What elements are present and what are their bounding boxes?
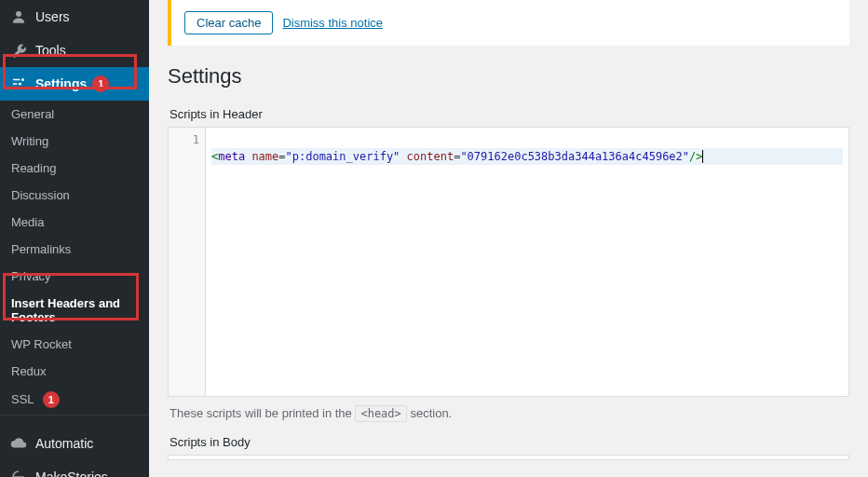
editor-code[interactable]: <meta name="p:domain_verify" content="07… xyxy=(206,128,848,396)
sidebar-sub-reading[interactable]: Reading xyxy=(0,155,149,182)
sidebar-item-users[interactable]: Users xyxy=(0,0,149,34)
sidebar-sub-privacy[interactable]: Privacy xyxy=(0,263,149,290)
header-scripts-description: These scripts will be printed in the <he… xyxy=(170,406,849,420)
sidebar-sub-media[interactable]: Media xyxy=(0,209,149,236)
sidebar-item-label: Automatic xyxy=(35,436,93,451)
svg-point-3 xyxy=(23,87,26,89)
svg-point-1 xyxy=(21,78,24,81)
sidebar-item-label: Tools xyxy=(35,43,66,58)
header-scripts-editor[interactable]: 1 <meta name="p:domain_verify" content="… xyxy=(168,127,849,397)
dismiss-notice-link[interactable]: Dismiss this notice xyxy=(282,16,383,30)
sidebar-item-label: Settings xyxy=(35,76,87,91)
line-number: 1 xyxy=(169,131,199,148)
settings-badge: 1 xyxy=(92,75,109,92)
user-icon xyxy=(9,7,28,26)
sidebar-item-automatic[interactable]: Automatic xyxy=(0,427,149,460)
makestories-icon xyxy=(9,468,28,477)
sidebar-item-label: Users xyxy=(35,9,70,24)
page-title: Settings xyxy=(168,64,849,89)
sidebar-item-settings[interactable]: Settings 1 xyxy=(0,67,149,101)
body-scripts-label: Scripts in Body xyxy=(170,435,849,449)
wrench-icon xyxy=(9,41,28,60)
sidebar-sub-wp-rocket[interactable]: WP Rocket xyxy=(0,331,149,358)
sidebar-sub-ssl[interactable]: SSL 1 xyxy=(0,385,149,415)
clear-cache-button[interactable]: Clear cache xyxy=(184,11,273,34)
body-scripts-editor[interactable] xyxy=(168,455,849,460)
admin-notice: Clear cache Dismiss this notice xyxy=(168,0,849,46)
sidebar-item-makestories[interactable]: MakeStories xyxy=(0,460,149,477)
cloud-icon xyxy=(9,434,28,453)
sidebar-sub-discussion[interactable]: Discussion xyxy=(0,182,149,209)
sidebar-divider xyxy=(0,415,149,416)
editor-gutter: 1 xyxy=(169,128,206,396)
sidebar-item-tools[interactable]: Tools xyxy=(0,34,149,67)
sidebar-sub-insert-headers-footers[interactable]: Insert Headers and Footers xyxy=(0,290,149,331)
admin-sidebar: Users Tools Settings 1 General Writing R… xyxy=(0,0,149,477)
sidebar-sub-general[interactable]: General xyxy=(0,101,149,128)
sliders-icon xyxy=(9,75,28,93)
sidebar-sub-redux[interactable]: Redux xyxy=(0,358,149,385)
sidebar-sub-permalinks[interactable]: Permalinks xyxy=(0,236,149,263)
svg-point-2 xyxy=(19,83,21,86)
sidebar-submenu: General Writing Reading Discussion Media… xyxy=(0,101,149,415)
svg-point-0 xyxy=(16,11,21,17)
main-content: Clear cache Dismiss this notice Settings… xyxy=(149,0,868,477)
sidebar-item-label: MakeStories xyxy=(35,470,108,477)
header-scripts-label: Scripts in Header xyxy=(170,107,849,121)
ssl-badge: 1 xyxy=(43,391,60,408)
text-cursor xyxy=(702,150,703,163)
sidebar-sub-writing[interactable]: Writing xyxy=(0,128,149,155)
